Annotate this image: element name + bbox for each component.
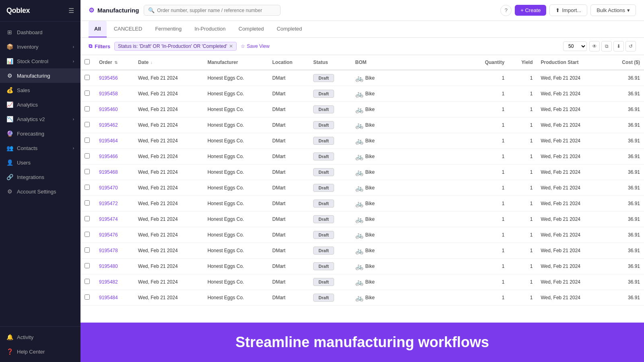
row-checkbox[interactable] <box>85 279 90 284</box>
row-location: DMart <box>268 196 309 212</box>
sidebar-item-label: Activity <box>17 334 33 340</box>
row-location: DMart <box>268 212 309 227</box>
create-button[interactable]: + Create <box>515 5 546 16</box>
tab-completed-1[interactable]: Completed <box>233 21 270 37</box>
col-quantity[interactable]: Quantity <box>468 55 508 70</box>
row-quantity: 1 <box>468 259 508 274</box>
account-settings-icon: ⚙ <box>6 188 13 195</box>
row-date: Wed, Feb 21 2024 <box>134 274 203 290</box>
view-icon-refresh[interactable]: ↺ <box>625 41 636 51</box>
tab-canceled[interactable]: CANCELED <box>108 21 148 37</box>
row-order: 9195458 <box>95 86 134 102</box>
activity-icon: 🔔 <box>6 334 13 340</box>
row-status: Draft <box>309 243 351 259</box>
row-quantity: 1 <box>468 86 508 102</box>
bulk-actions-button[interactable]: Bulk Actions ▾ <box>590 4 636 16</box>
tab-completed-2[interactable]: Completed <box>271 21 308 37</box>
search-box[interactable]: 🔍 <box>144 5 281 16</box>
row-checkbox[interactable] <box>85 294 90 300</box>
sidebar-item-forecasting[interactable]: 🔮 Forecasting <box>0 126 80 141</box>
row-bom: 🚲 Bike <box>351 117 469 133</box>
order-link[interactable]: 9195462 <box>99 122 118 128</box>
order-link[interactable]: 9195458 <box>99 91 118 97</box>
sidebar-item-users[interactable]: 👤 Users <box>0 155 80 170</box>
col-location[interactable]: Location <box>268 55 309 70</box>
row-cost: 36.91 <box>606 133 644 149</box>
page-size-select[interactable]: 50 100 200 <box>563 41 587 51</box>
row-checkbox[interactable] <box>85 232 90 237</box>
row-checkbox[interactable] <box>85 122 90 127</box>
col-order[interactable]: Order ⇅ <box>95 55 134 70</box>
tab-all[interactable]: All <box>89 21 107 37</box>
filter-button[interactable]: ⧉ Filters <box>89 43 110 49</box>
hamburger-icon[interactable]: ☰ <box>68 7 74 14</box>
tab-in-production[interactable]: In-Production <box>189 21 231 37</box>
sidebar-item-sales[interactable]: 💰 Sales <box>0 83 80 97</box>
row-date: Wed, Feb 21 2024 <box>134 165 203 180</box>
row-status: Draft <box>309 259 351 274</box>
bike-icon: 🚲 <box>355 74 363 82</box>
sidebar-item-help-center[interactable]: ❓ Help Center <box>0 344 80 359</box>
search-input[interactable] <box>157 8 276 13</box>
filter-close-button[interactable]: ✕ <box>229 43 233 49</box>
col-production-start[interactable]: Production Start <box>537 55 606 70</box>
order-link[interactable]: 9195466 <box>99 154 118 159</box>
col-status[interactable]: Status <box>309 55 351 70</box>
order-link[interactable]: 9195460 <box>99 107 118 112</box>
sidebar-item-dashboard[interactable]: ⊞ Dashboard <box>0 25 80 39</box>
chevron-right-icon: › <box>73 59 74 64</box>
order-link[interactable]: 9195472 <box>99 201 118 206</box>
sidebar-item-activity[interactable]: 🔔 Activity <box>0 330 80 344</box>
import-button[interactable]: ⬆ Import... <box>549 4 587 16</box>
sidebar-item-stock-control[interactable]: 📊 Stock Control › <box>0 54 80 68</box>
help-button[interactable]: ? <box>500 5 512 16</box>
sidebar-item-manufacturing[interactable]: ⚙ Manufacturing <box>0 68 80 83</box>
order-link[interactable]: 9195474 <box>99 216 118 222</box>
row-checkbox[interactable] <box>85 200 90 206</box>
order-link[interactable]: 9195470 <box>99 185 118 191</box>
select-all-checkbox[interactable] <box>85 59 90 64</box>
order-link[interactable]: 9195476 <box>99 232 118 238</box>
row-cost: 36.91 <box>606 180 644 196</box>
order-link[interactable]: 9195482 <box>99 279 118 285</box>
order-link[interactable]: 9195478 <box>99 248 118 253</box>
col-date[interactable]: Date ↓ <box>134 55 203 70</box>
sidebar-item-contacts[interactable]: 👥 Contacts › <box>0 141 80 155</box>
sidebar-item-integrations[interactable]: 🔗 Integrations <box>0 170 80 184</box>
order-link[interactable]: 9195456 <box>99 75 118 81</box>
row-checkbox[interactable] <box>85 216 90 221</box>
col-manufacturer[interactable]: Manufacturer <box>203 55 268 70</box>
order-link[interactable]: 9195468 <box>99 169 118 175</box>
col-yield[interactable]: Yield <box>508 55 537 70</box>
view-icon-copy[interactable]: ⧉ <box>601 41 612 51</box>
order-link[interactable]: 9195464 <box>99 138 118 144</box>
sidebar-item-inventory[interactable]: 📦 Inventory › <box>0 39 80 54</box>
filter-icon-symbol: ⧉ <box>89 43 92 49</box>
sidebar-item-analytics-v2[interactable]: 📉 Analytics v2 › <box>0 112 80 126</box>
order-link[interactable]: 9195484 <box>99 295 118 300</box>
save-view-button[interactable]: ☆ Save View <box>241 43 269 49</box>
row-checkbox[interactable] <box>85 153 90 158</box>
row-checkbox[interactable] <box>85 169 90 174</box>
order-link[interactable]: 9195480 <box>99 263 118 269</box>
row-checkbox[interactable] <box>85 138 90 143</box>
col-bom[interactable]: BOM <box>351 55 469 70</box>
tab-fermenting[interactable]: Fermenting <box>149 21 187 37</box>
row-checkbox[interactable] <box>85 90 90 96</box>
orders-table: Order ⇅ Date ↓ Manu <box>80 55 644 306</box>
bom-name: Bike <box>365 201 375 206</box>
topbar-actions: ? + Create ⬆ Import... Bulk Actions ▾ <box>500 4 636 16</box>
col-cost[interactable]: Cost ($) <box>606 55 644 70</box>
row-checkbox[interactable] <box>85 247 90 253</box>
row-checkbox[interactable] <box>85 106 90 111</box>
view-icon-eye[interactable]: 👁 <box>589 41 600 51</box>
view-icon-download[interactable]: ⬇ <box>613 41 624 51</box>
sidebar-item-analytics[interactable]: 📈 Analytics <box>0 97 80 112</box>
row-checkbox[interactable] <box>85 75 90 80</box>
row-cost: 36.91 <box>606 70 644 86</box>
row-checkbox[interactable] <box>85 263 90 268</box>
row-date: Wed, Feb 21 2024 <box>134 133 203 149</box>
row-checkbox[interactable] <box>85 185 90 190</box>
sidebar-item-account-settings[interactable]: ⚙ Account Settings <box>0 184 80 199</box>
row-location: DMart <box>268 165 309 180</box>
